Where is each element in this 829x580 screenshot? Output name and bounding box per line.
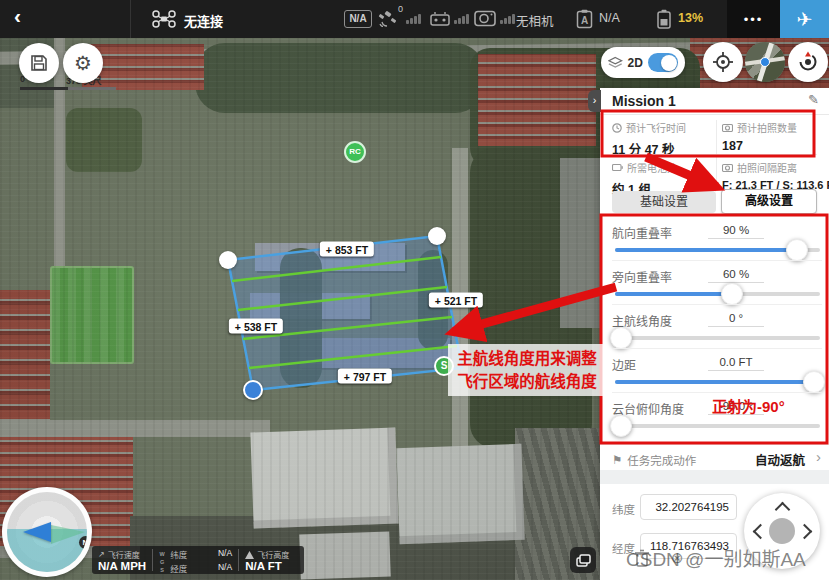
- mission-panel: Mission 1 ✎ 预计飞行时间 11 分 47 秒 预计拍照数量 187 …: [600, 88, 829, 580]
- route-angle-slider[interactable]: [615, 336, 820, 340]
- tab-advanced-settings[interactable]: 高级设置: [721, 189, 817, 214]
- flight-mode-icon: A: [576, 9, 593, 29]
- camera-icon: [722, 123, 733, 132]
- camera-icon: [474, 10, 496, 27]
- route-angle-note: 主航线角度用来调整 飞行区域的航线角度: [448, 344, 606, 396]
- course-overlap-value[interactable]: 90 %: [708, 224, 764, 239]
- mission-settings-button[interactable]: ⚙: [63, 43, 103, 83]
- 2d-label: 2D: [628, 56, 643, 70]
- edge-length-label: + 853 FT: [320, 242, 374, 257]
- telemetry-position: W G S 纬度N/A 经度N/A: [153, 546, 238, 574]
- polygon-vertex-selected[interactable]: [243, 380, 263, 400]
- ortho-note: 正射为-90°: [712, 395, 785, 416]
- latitude-field[interactable]: 32.202764195: [640, 494, 737, 520]
- margin-value[interactable]: 0.0 FT: [708, 356, 764, 371]
- rc-location-marker[interactable]: RC: [344, 141, 366, 163]
- back-button[interactable]: ‹: [14, 4, 21, 28]
- nudge-left-icon[interactable]: [753, 524, 769, 540]
- layers-icon: [608, 56, 623, 70]
- attitude-compass: N: [2, 487, 92, 577]
- stat-photo-interval: 拍照间隔距离 F: 21.3 FT / S: 113.6 FT: [722, 160, 827, 191]
- watermark: CSDN @一别如斯AA: [626, 544, 806, 571]
- minimap-preview: [745, 42, 785, 82]
- edit-mission-icon[interactable]: ✎: [808, 92, 819, 107]
- side-overlap-value[interactable]: 60 %: [708, 268, 764, 283]
- camera-signal-bars: [500, 14, 515, 24]
- battery-percent: 13%: [678, 11, 703, 25]
- chevron-right-icon: ›: [816, 448, 821, 465]
- stat-flight-time: 预计飞行时间 11 分 47 秒: [612, 120, 717, 158]
- stat-photo-count: 预计拍照数量 187: [722, 120, 827, 153]
- polygon-vertex-handle[interactable]: [428, 227, 446, 245]
- edge-length-label: + 797 FT: [338, 369, 392, 384]
- 2d-switch[interactable]: [648, 53, 678, 72]
- save-icon: [30, 54, 48, 72]
- slider-handle[interactable]: [721, 283, 743, 305]
- satellite-icon: [378, 10, 396, 27]
- mission-header: Mission 1 ✎: [600, 88, 829, 115]
- camera-icon: [722, 163, 733, 172]
- svg-text:A: A: [581, 15, 588, 26]
- aircraft-heading-arrow: [23, 522, 51, 542]
- more-menu-button[interactable]: •••: [727, 0, 780, 38]
- plane-icon: ✈: [797, 8, 813, 31]
- gps-count: 0: [398, 4, 403, 14]
- margin-slider[interactable]: [615, 380, 820, 384]
- edge-length-label: + 538 FT: [229, 319, 283, 334]
- gear-icon: ⚙: [74, 51, 92, 75]
- takeoff-button[interactable]: ✈: [780, 0, 829, 38]
- app-root: S RC + 853 FT + 521 FT + 538 FT + 797 FT…: [0, 0, 829, 580]
- gps-signal-bars: [406, 14, 421, 24]
- dpad-center[interactable]: [769, 518, 795, 544]
- more-icon: •••: [744, 12, 764, 27]
- battery-icon: [612, 163, 623, 172]
- panel-collapse-handle[interactable]: ›: [588, 90, 601, 112]
- rc-signal-bars: [454, 14, 469, 24]
- route-angle-value[interactable]: 0 °: [708, 312, 764, 327]
- mission-title: Mission 1: [612, 93, 676, 109]
- slider-handle[interactable]: [803, 371, 825, 393]
- device-battery-icon: [656, 9, 672, 29]
- locate-me-button[interactable]: [703, 42, 743, 82]
- telemetry-altitude: 飞行高度 N/A FT: [239, 546, 295, 574]
- compass-reset-button[interactable]: [788, 42, 828, 82]
- map-layers-icon: [576, 554, 591, 567]
- connection-status: 无连接: [184, 11, 223, 30]
- side-overlap-slider[interactable]: [615, 292, 820, 296]
- course-overlap-slider[interactable]: [615, 248, 820, 252]
- tab-basic-settings[interactable]: 基础设置: [612, 191, 716, 213]
- map-2d-toggle[interactable]: 2D: [601, 47, 685, 78]
- mode-value: N/A: [599, 11, 620, 25]
- drone-icon: [152, 10, 176, 28]
- finish-action-row[interactable]: ⚑任务完成动作 自动返航 ›: [600, 444, 829, 471]
- edge-length-label: + 521 FT: [429, 293, 483, 308]
- slider-handle[interactable]: [610, 415, 632, 437]
- altitude-icon: [245, 551, 254, 559]
- map-scale-bar: [20, 87, 116, 90]
- save-mission-button[interactable]: [19, 43, 59, 83]
- slider-handle[interactable]: [786, 239, 808, 261]
- nudge-up-icon[interactable]: [775, 502, 791, 518]
- map-layer-button[interactable]: [570, 547, 596, 573]
- camera-status: 无相机: [516, 11, 554, 30]
- polygon-vertex-handle[interactable]: [219, 251, 237, 269]
- flight-mode-badge: N/A: [344, 10, 372, 28]
- speed-icon: ↗: [98, 550, 105, 559]
- top-status-bar: ‹ 无连接 N/A 0: [0, 0, 829, 38]
- clock-icon: [612, 123, 622, 133]
- telemetry-speed: ↗飞行速度 N/A MPH: [92, 546, 152, 574]
- slider-handle[interactable]: [610, 327, 632, 349]
- compass-icon: [796, 50, 820, 74]
- flag-icon: ⚑: [612, 453, 622, 467]
- nudge-right-icon[interactable]: [797, 524, 813, 540]
- gimbal-pitch-slider[interactable]: [615, 424, 820, 428]
- remote-controller-icon: [430, 11, 450, 26]
- minimap-button[interactable]: [745, 42, 785, 82]
- telemetry-bar: ↗飞行速度 N/A MPH W G S 纬度N/A 经度N/A 飞行高度 N/A…: [92, 546, 304, 574]
- locate-icon: [712, 51, 734, 73]
